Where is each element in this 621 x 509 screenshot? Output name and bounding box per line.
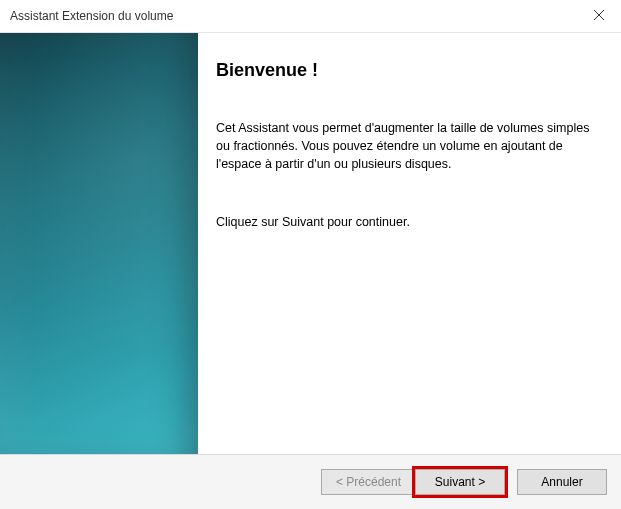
side-artwork [0,33,198,454]
close-icon [594,9,604,23]
wizard-footer: < Précédent Suivant > Annuler [0,454,621,509]
next-button[interactable]: Suivant > [415,469,505,495]
wizard-window: Assistant Extension du volume Bienvenue … [0,0,621,509]
page-heading: Bienvenue ! [216,57,601,83]
titlebar: Assistant Extension du volume [0,0,621,32]
page-hint: Cliquez sur Suivant pour continuer. [216,213,601,231]
wizard-body: Bienvenue ! Cet Assistant vous permet d'… [0,33,621,454]
back-button: < Précédent [321,469,415,495]
window-title: Assistant Extension du volume [10,9,576,23]
nav-button-pair: < Précédent Suivant > [321,469,505,495]
close-button[interactable] [576,0,621,32]
cancel-button[interactable]: Annuler [517,469,607,495]
content-area: Bienvenue ! Cet Assistant vous permet d'… [198,33,621,454]
page-description: Cet Assistant vous permet d'augmenter la… [216,119,601,173]
